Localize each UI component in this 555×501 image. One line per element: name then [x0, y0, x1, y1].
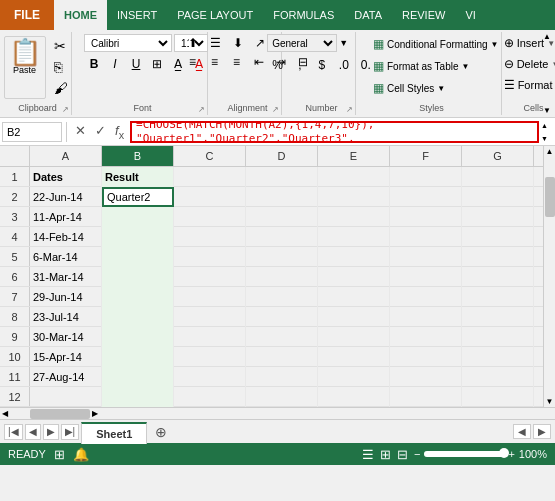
cell-F11[interactable] — [390, 367, 462, 387]
number-expand-icon[interactable]: ▼ — [339, 38, 348, 48]
cell-G4[interactable] — [462, 227, 534, 247]
cell-F10[interactable] — [390, 347, 462, 367]
cell-G11[interactable] — [462, 367, 534, 387]
scroll-right-button[interactable]: ▶ — [90, 409, 100, 418]
cell-H9[interactable] — [534, 327, 543, 347]
cell-H8[interactable] — [534, 307, 543, 327]
cell-H6[interactable] — [534, 267, 543, 287]
cell-C11[interactable] — [174, 367, 246, 387]
cell-A7[interactable]: 29-Jun-14 — [30, 287, 102, 307]
decrease-indent-button[interactable]: ⇤ — [249, 53, 269, 71]
clipboard-expand[interactable]: ↗ — [62, 105, 69, 114]
sheet-nav-next[interactable]: ▶ — [43, 424, 59, 440]
cell-D7[interactable] — [246, 287, 318, 307]
align-bottom-button[interactable]: ⬇ — [228, 34, 248, 52]
cell-G9[interactable] — [462, 327, 534, 347]
cell-B2[interactable]: Quarter2 — [102, 187, 174, 207]
col-header-G[interactable]: G — [462, 146, 534, 166]
cell-C6[interactable] — [174, 267, 246, 287]
cell-F6[interactable] — [390, 267, 462, 287]
page-layout-tab[interactable]: PAGE LAYOUT — [167, 0, 263, 30]
cell-D1[interactable] — [246, 167, 318, 187]
cell-D4[interactable] — [246, 227, 318, 247]
h-scroll-thumb[interactable] — [30, 409, 90, 419]
cell-H7[interactable] — [534, 287, 543, 307]
increase-decimal-button[interactable]: .0 — [334, 56, 354, 74]
cell-E4[interactable] — [318, 227, 390, 247]
cell-A5[interactable]: 6-Mar-14 — [30, 247, 102, 267]
cell-F1[interactable] — [390, 167, 462, 187]
cell-C4[interactable] — [174, 227, 246, 247]
cell-D12[interactable] — [246, 387, 318, 407]
review-tab[interactable]: REVIEW — [392, 0, 455, 30]
copy-button[interactable]: ⎘ — [50, 57, 72, 77]
cell-A10[interactable]: 15-Apr-14 — [30, 347, 102, 367]
alignment-expand[interactable]: ↗ — [272, 105, 279, 114]
cell-H1[interactable] — [534, 167, 543, 187]
cell-E12[interactable] — [318, 387, 390, 407]
number-format-select[interactable]: General — [267, 34, 337, 52]
bold-button[interactable]: B — [84, 55, 104, 73]
scroll-down-button[interactable]: ▼ — [545, 396, 555, 407]
cell-F12[interactable] — [390, 387, 462, 407]
cancel-formula-button[interactable]: ✕ — [71, 122, 90, 142]
cell-D10[interactable] — [246, 347, 318, 367]
align-middle-button[interactable]: ☰ — [205, 34, 226, 52]
cell-H10[interactable] — [534, 347, 543, 367]
cell-A11[interactable]: 27-Aug-14 — [30, 367, 102, 387]
cell-F8[interactable] — [390, 307, 462, 327]
border-button[interactable]: ⊞ — [147, 55, 167, 73]
cell-A2[interactable]: 22-Jun-14 — [30, 187, 102, 207]
cell-reference-input[interactable] — [2, 122, 62, 142]
cell-E7[interactable] — [318, 287, 390, 307]
ribbon-scroll-down[interactable]: ▼ — [543, 106, 551, 115]
sheet-nav-prev[interactable]: ◀ — [25, 424, 41, 440]
cell-C8[interactable] — [174, 307, 246, 327]
cell-D2[interactable] — [246, 187, 318, 207]
cell-G5[interactable] — [462, 247, 534, 267]
cell-A3[interactable]: 11-Apr-14 — [30, 207, 102, 227]
col-header-C[interactable]: C — [174, 146, 246, 166]
format-painter-button[interactable]: 🖌 — [50, 78, 72, 98]
cell-E1[interactable] — [318, 167, 390, 187]
h-scroll-left[interactable]: ◀ — [513, 424, 531, 439]
sheet-tab-1[interactable]: Sheet1 — [81, 422, 147, 444]
cell-B3[interactable] — [102, 207, 174, 227]
col-header-D[interactable]: D — [246, 146, 318, 166]
vertical-scrollbar[interactable]: ▲ ▼ — [543, 146, 555, 407]
cell-A4[interactable]: 14-Feb-14 — [30, 227, 102, 247]
home-tab[interactable]: HOME — [54, 0, 107, 30]
formula-input[interactable]: =CHOOSE(MATCH(MONTH(A2),{1,4,7,10}), "Qu… — [130, 121, 539, 143]
cell-F3[interactable] — [390, 207, 462, 227]
cell-D6[interactable] — [246, 267, 318, 287]
cell-styles-button[interactable]: ▦ Cell Styles ▼ — [368, 78, 450, 98]
cell-B7[interactable] — [102, 287, 174, 307]
view-layout-icon[interactable]: ⊞ — [380, 447, 391, 462]
cell-E5[interactable] — [318, 247, 390, 267]
cell-G2[interactable] — [462, 187, 534, 207]
cell-C9[interactable] — [174, 327, 246, 347]
cell-B6[interactable] — [102, 267, 174, 287]
underline-button[interactable]: U — [126, 55, 146, 73]
comma-button[interactable]: , — [290, 56, 310, 74]
add-sheet-button[interactable]: ⊕ — [151, 424, 171, 440]
horizontal-scrollbar[interactable]: ◀ ▶ — [0, 407, 555, 419]
cell-E8[interactable] — [318, 307, 390, 327]
zoom-out-icon[interactable]: − — [414, 448, 420, 460]
font-expand[interactable]: ↗ — [198, 105, 205, 114]
cell-A1[interactable]: Dates — [30, 167, 102, 187]
status-icon-2[interactable]: 🔔 — [73, 447, 89, 462]
cell-C1[interactable] — [174, 167, 246, 187]
cut-button[interactable]: ✂ — [50, 36, 72, 56]
cell-C3[interactable] — [174, 207, 246, 227]
cell-B4[interactable] — [102, 227, 174, 247]
align-right-button[interactable]: ≡ — [227, 53, 247, 71]
cell-B11[interactable] — [102, 367, 174, 387]
conditional-formatting-button[interactable]: ▦ Conditional Formatting ▼ — [368, 34, 504, 54]
file-tab[interactable]: FILE — [0, 0, 54, 30]
status-icon-1[interactable]: ⊞ — [54, 447, 65, 462]
cell-F9[interactable] — [390, 327, 462, 347]
cell-G12[interactable] — [462, 387, 534, 407]
currency-button[interactable]: $ — [312, 56, 332, 74]
cell-B8[interactable] — [102, 307, 174, 327]
